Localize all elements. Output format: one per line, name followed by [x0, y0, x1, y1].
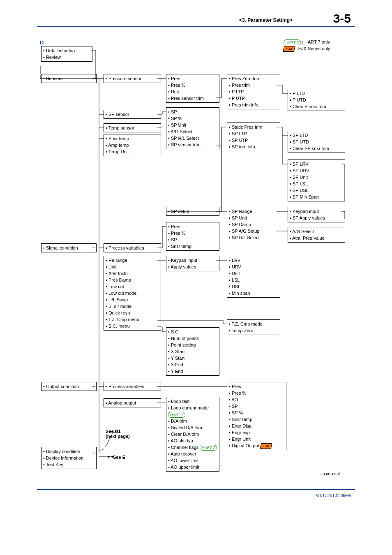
box-keypad-apply: • Keypad input • Apply values [166, 256, 219, 271]
page-number: 3-5 [333, 12, 351, 25]
box-process-variables-out: • Process variables [104, 382, 161, 391]
box-output-condition: • Output condition [41, 382, 97, 391]
box-snsr-amp-temp: • Snsr temp • Amp temp • Temp Unit [104, 134, 161, 156]
box-temp-sensor: • Temp sensor [104, 123, 161, 132]
box-pressure-sensor: • Pressure sensor [104, 74, 161, 83]
svg-marker-0 [108, 456, 111, 458]
box-ag-atm: • A/G Select • Atm. Pres Value [288, 227, 345, 243]
box-pres-trim: • Pres Zero trim • Pres trim • P LTP • P… [227, 74, 280, 109]
box-keypad-sp-apply: • Keypad input • SP Apply values [288, 207, 345, 222]
hart7-badge-icon: HART 7 [168, 412, 185, 418]
box-sig-items: • Re-range • Unit • Xfer fnctn • Pres Da… [104, 256, 161, 331]
box-out-pv-list: • Pres • Pres % • AO • SP • SP % • Snsr … [227, 382, 286, 450]
box-pres-units: • Pres • Pres % • Unit • Pres sensor tri… [166, 74, 219, 103]
see-e: See E [113, 455, 125, 460]
doc-id: IM 01C25T01-06EN [314, 493, 351, 498]
header-rule [37, 26, 355, 27]
box-sensors: • Sensors [41, 74, 97, 83]
footer-rule [37, 489, 355, 490]
box-sp-sensor: • SP sensor [104, 110, 161, 119]
box-sp-ltd-utd: • SP LTD • SP UTD • Clear SP snsr trim [288, 131, 345, 153]
figure-id: F0301-06.ai [321, 472, 340, 476]
section-title: <3. Parameter Setting> [239, 17, 293, 23]
box-detailed-review: • Detailed setup • Review [41, 46, 92, 62]
ejx-badge-icon: EJX [283, 46, 295, 52]
box-signal-condition: • Signal condition [41, 243, 97, 252]
box-sp-params: • SP • SP % • SP Unit • A/G Select • SP … [166, 107, 219, 149]
ejx-badge-icon: EJX [260, 443, 272, 449]
box-analog-output: • Analog output [104, 398, 161, 407]
box-sc-menu: • S.C. • Num of points • Point setting •… [166, 327, 219, 376]
box-sp-limits: • SP LRV • SP URV • SP Unit • SP LSL • S… [288, 160, 345, 201]
legend-ejx: EJX : EJX Series only [284, 46, 330, 52]
box-display-device-test: • Display condition • Device information… [41, 447, 97, 469]
hart7-badge-icon: HART 7 [284, 39, 301, 45]
label-d: D [40, 39, 44, 46]
box-process-variables-sig: • Process variables [104, 243, 161, 252]
hart7-badge-icon: HART 7 [200, 445, 217, 451]
box-sp-range-setup: • SP Range • SP Unit • SP Damp • SP A/G … [227, 207, 280, 242]
box-p-ltd-utd: • P LTD • P UTD • Clear P snsr trim [288, 89, 345, 111]
box-analog-output-items: • Loop test • Loop current mode HART 7 •… [166, 397, 219, 472]
legend-hart7: HART 7 : HART 7 only [284, 39, 330, 45]
box-tz-cmp: • T.Z. Cmp mode • Temp Zero [227, 319, 280, 335]
box-sp-trim: • Static Pres trim • SP LTP • SP UTP • S… [227, 123, 280, 151]
box-lrv-urv: • LRV • URV • Unit • LSL • USL • Min spa… [227, 256, 280, 298]
box-pres-sp-list: • Pres • Pres % • SP • Snsr temp [166, 222, 219, 251]
box-sp-setup: • SP setup [166, 207, 219, 216]
see-d1: See D1(next page) [106, 429, 130, 439]
